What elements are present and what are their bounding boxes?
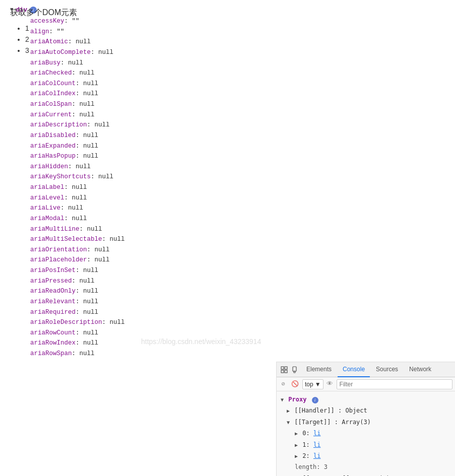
handler-value: Object xyxy=(345,407,367,414)
item-0-line[interactable]: ▶ 0: li xyxy=(277,428,455,439)
proxy-expand-icon[interactable]: ▼ xyxy=(281,397,284,402)
item1-expand-icon[interactable]: ▶ xyxy=(295,442,298,448)
item-1-key: 1: xyxy=(302,441,313,448)
filter-input[interactable] xyxy=(337,379,452,389)
item-1-line[interactable]: ▶ 1: li xyxy=(277,439,455,450)
prop-ariaReadOnly: ariaReadOnly: null xyxy=(10,286,455,297)
tab-sources[interactable]: Sources xyxy=(371,362,403,377)
dom-list: 1 2 3 xyxy=(10,24,267,54)
tab-console[interactable]: Console xyxy=(338,362,370,377)
stop-icon[interactable]: ⊘ xyxy=(279,380,287,388)
list-item: 3 xyxy=(25,46,267,54)
devtools-tabs-bar: Elements Console Sources Network xyxy=(277,362,455,377)
context-dropdown[interactable]: top ▼ xyxy=(302,379,323,389)
item-2-value[interactable]: li xyxy=(313,452,320,459)
section-heading: 获取多个DOM元素 xyxy=(10,8,267,18)
svg-rect-3 xyxy=(285,370,287,373)
device-icon-btn[interactable] xyxy=(290,365,300,375)
handler-key: [[Handler]] xyxy=(294,407,334,414)
item2-expand-icon[interactable]: ▶ xyxy=(295,453,298,459)
prop-ariaRelevant: ariaRelevant: null xyxy=(10,297,455,307)
prop-ariaColSpan: ariaColSpan: null xyxy=(10,99,455,110)
prop-ariaMultiSelectable: ariaMultiSelectable: null xyxy=(10,234,455,245)
proxy-info-icon[interactable]: i xyxy=(312,397,318,403)
prop-ariaExpanded: ariaExpanded: null xyxy=(10,141,455,152)
length-line: length: 3 xyxy=(277,461,455,472)
top-label: top xyxy=(305,381,313,388)
prop-ariaDisabled: ariaDisabled: null xyxy=(10,130,455,141)
item-2-key: 2: xyxy=(302,452,313,459)
svg-rect-2 xyxy=(285,367,287,369)
dropdown-arrow-icon: ▼ xyxy=(315,381,321,388)
prop-ariaLive: ariaLive: null xyxy=(10,203,455,214)
prop-ariaColIndex: ariaColIndex: null xyxy=(10,89,455,99)
prop-ariaLevel: ariaLevel: null xyxy=(10,193,455,203)
item-0-key: 0: xyxy=(302,430,313,437)
proxy-line[interactable]: ▼ Proxy i xyxy=(277,394,455,405)
item-1-value[interactable]: li xyxy=(313,441,320,448)
item-2-line[interactable]: ▶ 2: li xyxy=(277,450,455,461)
list-item: 1 xyxy=(25,24,267,32)
prop-ariaDescription: ariaDescription: null xyxy=(10,120,455,130)
prop-ariaPressed: ariaPressed: null xyxy=(10,276,455,287)
prop-ariaLabel: ariaLabel: null xyxy=(10,182,455,193)
prop-ariaOrientation: ariaOrientation: null xyxy=(10,245,455,255)
item0-expand-icon[interactable]: ▶ xyxy=(295,431,298,436)
tab-elements[interactable]: Elements xyxy=(301,362,337,377)
target-value: Array(3) xyxy=(342,419,371,426)
target-expand-icon[interactable]: ▼ xyxy=(287,420,290,425)
console-toolbar: ⊘ 🚫 top ▼ 👁 xyxy=(277,377,455,391)
target-line[interactable]: ▼ [[Target]] : Array(3) xyxy=(277,417,455,428)
svg-rect-4 xyxy=(293,367,296,371)
svg-rect-1 xyxy=(281,370,284,373)
tab-network[interactable]: Network xyxy=(404,362,436,377)
proxy-label: Proxy xyxy=(288,396,306,403)
prop-ariaRequired: ariaRequired: null xyxy=(10,307,455,318)
console-output: ▼ Proxy i ▶ [[Handler]] : Object ▼ [[Tar… xyxy=(277,391,455,476)
prop-ariaHasPopup: ariaHasPopup: null xyxy=(10,151,455,162)
handler-expand-icon[interactable]: ▶ xyxy=(287,408,290,414)
prop-ariaChecked: ariaChecked: null xyxy=(10,68,455,79)
svg-rect-5 xyxy=(294,371,295,373)
length-text: length: 3 xyxy=(295,463,328,470)
prop-ariaPosInSet: ariaPosInSet: null xyxy=(10,265,455,276)
eye-icon[interactable]: 👁 xyxy=(326,380,334,388)
prop-ariaCurrent: ariaCurrent: null xyxy=(10,110,455,120)
target-key: [[Target]] xyxy=(294,419,331,426)
prop-ariaRoleDescription: ariaRoleDescription: null xyxy=(10,317,455,328)
item-0-value[interactable]: li xyxy=(313,430,320,437)
prop-ariaRowCount: ariaRowCount: null xyxy=(10,328,455,338)
left-bottom-section: 获取多个DOM元素 1 2 3 xyxy=(0,0,277,65)
svg-rect-0 xyxy=(281,367,284,369)
prop-ariaRowSpan: ariaRowSpan: null xyxy=(10,349,455,359)
devtools-panel: Elements Console Sources Network ⊘ 🚫 top… xyxy=(276,362,455,476)
prop-ariaHidden: ariaHidden: null xyxy=(10,162,455,172)
prop-ariaMultiLine: ariaMultiLine: null xyxy=(10,224,455,235)
prop-ariaKeyShortcuts: ariaKeyShortcuts: null xyxy=(10,172,455,182)
prototype-line[interactable]: ▶ [[Prototype]] : Array(0) xyxy=(277,473,455,476)
prop-ariaRowIndex: ariaRowIndex: null xyxy=(10,338,455,349)
prop-ariaModal: ariaModal: null xyxy=(10,214,455,224)
clear-console-icon[interactable]: 🚫 xyxy=(290,379,300,389)
list-item: 2 xyxy=(25,35,267,43)
inspect-icon-btn[interactable] xyxy=(279,365,289,375)
prop-ariaPlaceholder: ariaPlaceholder: null xyxy=(10,255,455,265)
prop-ariaColCount: ariaColCount: null xyxy=(10,79,455,89)
handler-line[interactable]: ▶ [[Handler]] : Object xyxy=(277,405,455,416)
